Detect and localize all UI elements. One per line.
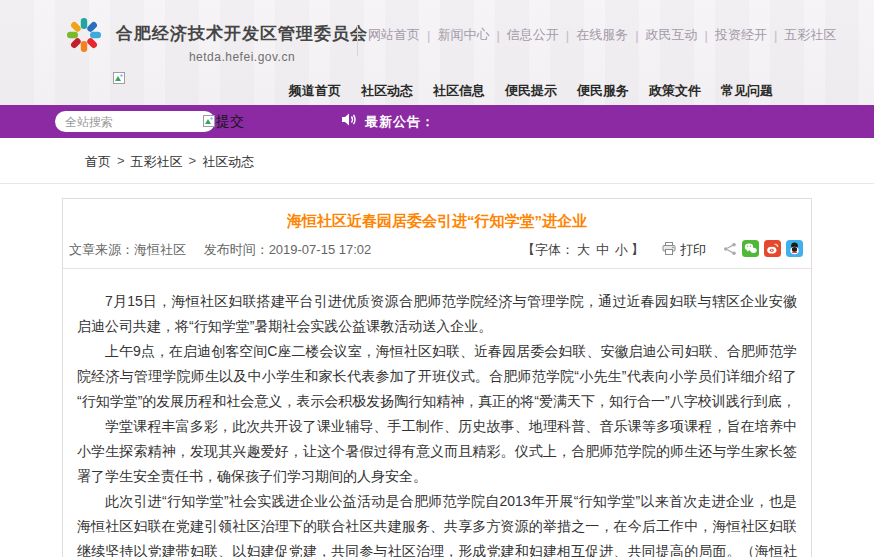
top-nav-item-invest[interactable]: 投资经开: [715, 26, 767, 44]
article-paragraph: 学堂课程丰富多彩，此次共开设了课业辅导、手工制作、历史故事、地理科普、音乐课等多…: [77, 414, 797, 489]
font-size-label-open: 【字体：: [522, 241, 574, 259]
search-bar: 提交 最新公告：: [0, 105, 874, 138]
font-size-medium-button[interactable]: 中: [596, 241, 609, 259]
top-nav: 网站首页 | 新闻中心 | 信息公开 | 在线服务 | 政民互动 | 投资经开 …: [368, 26, 836, 44]
divider: [0, 183, 874, 184]
weibo-share-icon[interactable]: [764, 240, 781, 260]
top-nav-item-services[interactable]: 在线服务: [576, 26, 628, 44]
broken-image-icon: [203, 114, 215, 130]
announcement-label: 最新公告：: [365, 113, 435, 131]
channel-nav-item-convenience[interactable]: 便民服务: [577, 82, 629, 100]
breadcrumb-separator: >: [117, 153, 125, 171]
site-brand: 合肥经济技术开发区管理委员会 hetda.hefei.gov.cn: [64, 14, 368, 64]
article-meta-left: 文章来源：海恒社区 发布时间：2019-07-15 17:02: [69, 241, 385, 259]
print-label: 打印: [680, 241, 706, 259]
share-icon[interactable]: [723, 242, 737, 259]
article-container: 海恒社区近春园居委会引进“行知学堂”进企业 文章来源：海恒社区 发布时间：201…: [62, 198, 812, 557]
nav-separator: |: [566, 28, 569, 43]
search-input[interactable]: [65, 115, 205, 129]
qq-share-icon[interactable]: [786, 240, 803, 260]
site-url: hetda.hefei.gov.cn: [116, 50, 368, 64]
article-paragraph: 上午9点，在启迪创客空间C座二楼会议室，海恒社区妇联、近春园居委会妇联、安徽启迪…: [77, 339, 797, 414]
nav-separator: |: [635, 28, 638, 43]
article-meta-row: 文章来源：海恒社区 发布时间：2019-07-15 17:02 【字体： 大 中…: [63, 233, 811, 269]
print-button[interactable]: 打印: [658, 241, 706, 259]
font-size-large-button[interactable]: 大: [577, 241, 590, 259]
top-nav-item-news[interactable]: 新闻中心: [437, 26, 489, 44]
announcement-area: 最新公告：: [341, 112, 435, 131]
search-submit-label: 提交: [216, 113, 244, 131]
nav-separator: |: [427, 28, 430, 43]
channel-nav-item-community-news[interactable]: 社区动态: [361, 82, 413, 100]
article-publish-time: 发布时间：2019-07-15 17:02: [204, 242, 372, 257]
channel-nav: 频道首页 社区动态 社区信息 便民提示 便民服务 政策文件 常见问题: [289, 82, 793, 100]
printer-icon: [662, 242, 676, 258]
breadcrumb-separator: >: [189, 153, 197, 171]
article-source: 文章来源：海恒社区: [69, 242, 186, 257]
breadcrumb-community[interactable]: 五彩社区: [131, 153, 183, 171]
site-logo-icon: [64, 14, 104, 60]
nav-separator: |: [496, 28, 499, 43]
article-title: 海恒社区近春园居委会引进“行知学堂”进企业: [63, 199, 811, 233]
channel-nav-item-channel-home[interactable]: 频道首页: [289, 82, 341, 100]
font-size-small-button[interactable]: 小: [615, 241, 628, 259]
search-pill: [55, 111, 215, 132]
article-paragraph: 7月15日，海恒社区妇联搭建平台引进优质资源合肥师范学院经济与管理学院，通过近春…: [77, 289, 797, 339]
article-paragraph: 此次引进“行知学堂”社会实践进企业公益活动是合肥师范学院自2013年开展“行知学…: [77, 489, 797, 557]
article-meta-right: 【字体： 大 中 小 】 打印: [522, 240, 803, 260]
speaker-icon: [341, 112, 357, 131]
wechat-share-icon[interactable]: [742, 240, 759, 260]
top-nav-item-info[interactable]: 信息公开: [507, 26, 559, 44]
top-nav-item-interaction[interactable]: 政民互动: [646, 26, 698, 44]
breadcrumb: 首页 > 五彩社区 > 社区动态: [0, 138, 874, 183]
site-header: 合肥经济技术开发区管理委员会 hetda.hefei.gov.cn 网站首页 |…: [0, 0, 874, 105]
nav-separator: |: [774, 28, 777, 43]
channel-nav-item-policy[interactable]: 政策文件: [649, 82, 701, 100]
nav-separator: |: [705, 28, 708, 43]
channel-nav-item-faq[interactable]: 常见问题: [721, 82, 773, 100]
share-icons: [718, 240, 803, 260]
article-body: 7月15日，海恒社区妇联搭建平台引进优质资源合肥师范学院经济与管理学院，通过近春…: [63, 269, 811, 557]
top-nav-item-home[interactable]: 网站首页: [368, 26, 420, 44]
font-size-label-close: 】: [631, 241, 644, 259]
top-nav-item-community[interactable]: 五彩社区: [784, 26, 836, 44]
channel-nav-item-tips[interactable]: 便民提示: [505, 82, 557, 100]
header-divider: [357, 26, 358, 56]
search-submit-button[interactable]: 提交: [203, 113, 244, 131]
channel-nav-item-community-info[interactable]: 社区信息: [433, 82, 485, 100]
site-title: 合肥经济技术开发区管理委员会: [116, 22, 368, 45]
breadcrumb-home[interactable]: 首页: [85, 153, 111, 171]
breadcrumb-community-news[interactable]: 社区动态: [202, 153, 254, 171]
broken-image-icon: [113, 70, 125, 88]
